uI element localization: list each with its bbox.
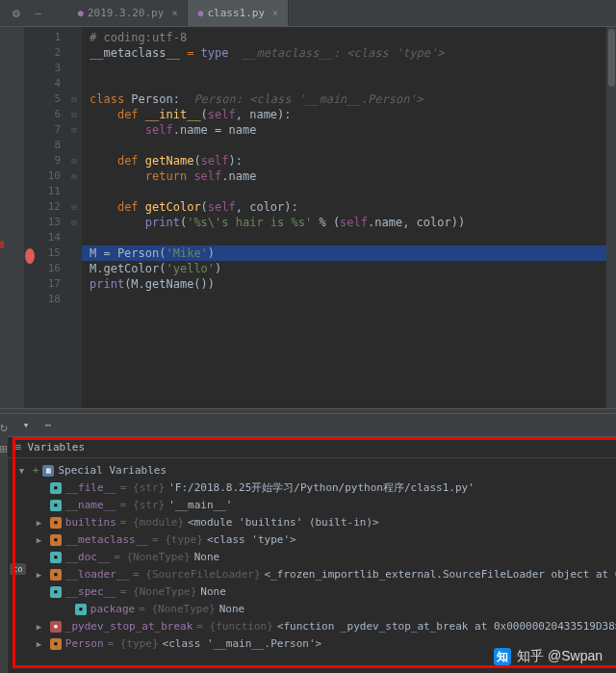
collapse-icon[interactable]: — <box>28 8 49 18</box>
var-type-icon: ▪ <box>50 517 62 529</box>
breakpoint-gutter[interactable] <box>24 27 38 408</box>
var-type-icon: ▪ <box>50 482 62 494</box>
group-icon: ▦ <box>42 465 54 477</box>
var-type: = {function} <box>196 618 272 635</box>
more-icon[interactable]: ⋯ <box>37 415 59 435</box>
project-gutter[interactable] <box>0 27 24 408</box>
debug-main: ▾ ⋯ ≡ Variables ▼ + ▦ Special Variables … <box>8 414 616 673</box>
var-type-icon: ▪ <box>50 552 62 563</box>
variable-row[interactable]: ▶▪ _pydev_stop_at_break = {function} <fu… <box>19 618 616 635</box>
var-name: __spec__ <box>65 583 116 601</box>
var-name: __loader__ <box>65 566 129 583</box>
var-type: = {NoneType} <box>120 583 196 601</box>
var-value: <module 'builtins' (built-in)> <box>188 514 379 531</box>
debug-panel: ↻ ⊞ ▾ ⋯ ≡ Variables ▼ + ▦ Special Variab… <box>0 414 616 673</box>
tab-label: 2019.3.20.py <box>88 7 164 19</box>
special-variables-node[interactable]: ▼ + ▦ Special Variables <box>19 462 616 479</box>
zhihu-logo-icon: 知 <box>494 648 511 665</box>
var-name: Person <box>65 635 104 653</box>
variables-tree[interactable]: ▼ + ▦ Special Variables ▪ __file__ = {st… <box>8 458 616 653</box>
variables-header: ≡ Variables <box>8 437 616 458</box>
variable-row[interactable]: ▪ __name__ = {str} '__main__' <box>19 497 616 514</box>
node-label: Special Variables <box>58 462 167 479</box>
variable-row[interactable]: ▶▪ builtins = {module} <module 'builtins… <box>19 514 616 531</box>
editor-scrollbar[interactable] <box>606 27 616 408</box>
variable-row[interactable]: ▪ __file__ = {str} 'F:/2018.8.25开始学习/Pyt… <box>19 479 616 497</box>
var-type: = {str} <box>120 479 165 497</box>
error-marker-icon <box>0 241 4 248</box>
var-name: __name__ <box>65 497 116 514</box>
co-badge: co <box>10 563 26 575</box>
var-value: <class '__main__.Person'> <box>163 635 322 653</box>
var-name: builtins <box>65 514 116 531</box>
expand-icon[interactable]: ▶ <box>37 514 46 531</box>
close-icon[interactable]: × <box>171 8 177 18</box>
editor-area: 123456789101112131415161718 ⊟⊟⊡⊟⊡⊟⊡ # co… <box>0 27 616 408</box>
restart-icon[interactable]: ↻ <box>0 420 8 434</box>
expand-icon[interactable]: ▶ <box>37 531 46 549</box>
var-value: None <box>219 601 245 618</box>
gear-icon[interactable]: ⚙ <box>5 6 28 20</box>
expand-icon[interactable]: ▶ <box>37 635 46 653</box>
var-value: <function _pydev_stop_at_break at 0x0000… <box>277 618 616 635</box>
debug-tabs-bar: ▾ ⋯ <box>8 414 616 437</box>
var-type-icon: ▪ <box>50 638 62 650</box>
variable-row[interactable]: ▪ __spec__ = {NoneType} None <box>19 583 616 601</box>
expand-icon[interactable]: ▶ <box>37 618 46 635</box>
var-type: = {NoneType} <box>139 601 215 618</box>
editor-tabs: ● 2019.3.20.py × ● class1.py × <box>68 0 289 26</box>
watermark: 知 知乎 @Swpan <box>494 648 603 665</box>
var-type: = {SourceFileLoader} <box>133 566 260 583</box>
variables-label: Variables <box>27 441 85 453</box>
expand-icon[interactable]: ▼ <box>19 462 29 479</box>
var-value: 'F:/2018.8.25开始学习/Python/python程序/class1… <box>168 479 475 497</box>
tab-label: class1.py <box>207 7 265 19</box>
expand-icon[interactable]: ▶ <box>37 566 46 583</box>
variable-row[interactable]: ▶▪ __loader__ = {SourceFileLoader} <_fro… <box>19 566 616 583</box>
tab-file-1[interactable]: ● 2019.3.20.py × <box>68 0 189 26</box>
var-value: <_frozen_importlib_external.SourceFileLo… <box>265 566 616 583</box>
var-type-icon: ▪ <box>75 604 87 615</box>
watermark-text: 知乎 @Swpan <box>517 648 603 665</box>
var-type-icon: ▪ <box>50 586 62 598</box>
var-type-icon: ▪ <box>50 500 62 511</box>
fold-gutter[interactable]: ⊟⊟⊡⊟⊡⊟⊡ <box>66 27 82 408</box>
var-value: None <box>194 549 220 566</box>
var-name: package <box>90 601 135 618</box>
var-name: _pydev_stop_at_break <box>65 618 192 635</box>
var-type-icon: ▪ <box>50 569 62 581</box>
var-type-icon: ▪ <box>50 534 62 546</box>
variable-row[interactable]: ▪ package = {NoneType} None <box>19 601 616 618</box>
debug-toolbar: ↻ ⊞ <box>0 414 8 673</box>
var-value: <class 'type'> <box>207 531 296 549</box>
var-name: __doc__ <box>65 549 110 566</box>
python-file-icon: ● <box>78 8 84 18</box>
variables-icon: ≡ <box>15 441 22 453</box>
tab-file-2[interactable]: ● class1.py × <box>188 0 289 26</box>
code-content[interactable]: # coding:utf-8__metaclass__ = type __met… <box>82 27 616 408</box>
var-value: '__main__' <box>168 497 232 514</box>
var-type: = {module} <box>120 514 184 531</box>
plus-icon: + <box>33 462 39 479</box>
top-bar: ⚙ — ● 2019.3.20.py × ● class1.py × <box>0 0 616 27</box>
var-type: = {type} <box>108 635 159 653</box>
var-name: __file__ <box>65 479 116 497</box>
var-type-icon: ▪ <box>50 621 62 633</box>
variable-row[interactable]: ▶▪ __metaclass__ = {type} <class 'type'> <box>19 531 616 549</box>
var-type: = {str} <box>120 497 165 514</box>
var-name: __metaclass__ <box>65 531 148 549</box>
var-type: = {type} <box>152 531 203 549</box>
code-editor[interactable]: 123456789101112131415161718 ⊟⊟⊡⊟⊡⊟⊡ # co… <box>24 27 616 408</box>
frames-dropdown[interactable]: ▾ <box>15 415 38 435</box>
python-file-icon: ● <box>197 8 203 18</box>
var-type: = {NoneType} <box>114 549 190 566</box>
var-value: None <box>200 583 226 601</box>
variable-row[interactable]: ▪ __doc__ = {NoneType} None <box>19 549 616 566</box>
close-icon[interactable]: × <box>272 8 278 18</box>
line-numbers: 123456789101112131415161718 <box>38 27 66 408</box>
layout-icon[interactable]: ⊞ <box>0 442 8 456</box>
